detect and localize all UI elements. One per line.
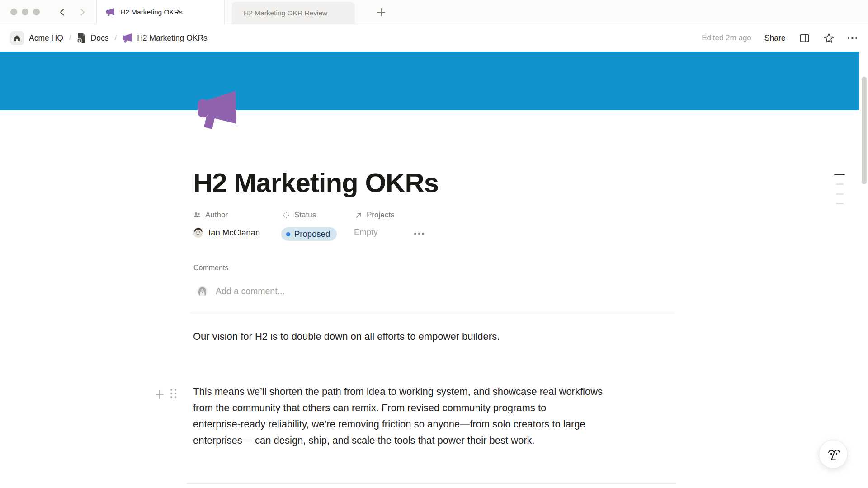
more-properties-button[interactable] [414, 233, 424, 235]
burst-icon [282, 211, 290, 219]
people-icon [193, 211, 201, 219]
doc-icon [77, 33, 86, 43]
app-window: H2 Marketing OKRs H2 Marketing OKR Revie… [0, 0, 868, 488]
property-author[interactable]: Author [193, 211, 228, 220]
edited-timestamp: Edited 2m ago [702, 33, 751, 42]
breadcrumb-item-workspace[interactable] [10, 31, 24, 45]
chevron-right-icon [78, 8, 86, 16]
page-icon-megaphone[interactable] [198, 91, 236, 129]
plus-icon [377, 8, 386, 17]
top-bar: Acme HQ / Docs / H2 Marketing OKRs [0, 24, 868, 52]
author-name: Ian McClanan [208, 228, 260, 238]
breadcrumb-separator: / [69, 33, 71, 42]
avatar [193, 227, 203, 238]
breadcrumb-label[interactable]: H2 Marketing OKRs [137, 33, 208, 43]
page-title[interactable]: H2 Marketing OKRs [193, 167, 439, 198]
ai-assistant-button[interactable] [819, 440, 848, 469]
add-comment-placeholder: Add a comment... [216, 286, 285, 296]
drag-handle[interactable] [170, 389, 176, 398]
property-label: Projects [367, 211, 394, 220]
tab-bar: H2 Marketing OKRs H2 Marketing OKR Revie… [0, 0, 868, 24]
paragraph-block[interactable]: Our vision for H2 is to double down on a… [193, 328, 672, 345]
toc-indicator[interactable] [836, 203, 844, 204]
avatar [197, 286, 208, 296]
add-comment-row[interactable]: Add a comment... [197, 286, 285, 296]
breadcrumb: Acme HQ / Docs / H2 Marketing OKRs [10, 24, 208, 52]
property-projects[interactable]: Projects [355, 211, 394, 220]
divider [187, 483, 676, 484]
breadcrumb-separator: / [114, 33, 117, 42]
tab-h2-marketing-okr-review[interactable]: H2 Marketing OKR Review [232, 2, 355, 24]
megaphone-icon [123, 33, 132, 43]
status-value: Proposed [294, 229, 330, 239]
divider [190, 313, 675, 313]
toc-indicator-active[interactable] [834, 174, 845, 175]
forward-button[interactable] [77, 7, 88, 18]
comments-section-label: Comments [193, 264, 228, 272]
scrollbar-thumb[interactable] [862, 77, 867, 184]
projects-value[interactable]: Empty [354, 227, 377, 237]
tab-h2-marketing-okrs[interactable]: H2 Marketing OKRs [96, 0, 225, 24]
paragraph-block[interactable]: This means we’ll shorten the path from i… [193, 384, 672, 449]
breadcrumb-label[interactable]: Docs [91, 33, 109, 43]
share-button[interactable]: Share [764, 33, 786, 43]
toggle-panel-button[interactable] [799, 33, 810, 44]
tab-label: H2 Marketing OKR Review [244, 9, 327, 17]
zoom-window-button[interactable] [33, 9, 40, 15]
new-tab-button[interactable] [376, 7, 387, 18]
status-dot-icon [286, 232, 290, 236]
page-cover[interactable] [0, 52, 859, 110]
property-author-value[interactable]: Ian McClanan [193, 227, 260, 238]
breadcrumb-label[interactable]: Acme HQ [29, 33, 63, 43]
chevron-left-icon [58, 8, 66, 16]
property-label: Author [205, 211, 228, 220]
top-bar-actions: Edited 2m ago Share [702, 24, 857, 52]
home-icon [13, 34, 21, 42]
status-badge[interactable]: Proposed [281, 227, 337, 241]
back-button[interactable] [57, 7, 68, 18]
property-label: Status [294, 211, 316, 220]
minimize-window-button[interactable] [22, 9, 28, 15]
window-controls [10, 9, 40, 15]
insert-block-button[interactable] [154, 389, 165, 400]
toc-indicator[interactable] [836, 183, 844, 185]
ai-face-icon [824, 445, 842, 463]
tab-label: H2 Marketing OKRs [120, 8, 183, 16]
arrow-up-right-icon [355, 211, 363, 219]
star-icon [823, 33, 835, 44]
toc-indicator[interactable] [836, 193, 844, 195]
megaphone-icon [106, 8, 114, 16]
side-panel-icon [799, 33, 810, 44]
favorite-button[interactable] [823, 33, 835, 44]
plus-icon [155, 389, 165, 399]
close-window-button[interactable] [10, 9, 17, 15]
property-status[interactable]: Status [282, 211, 316, 220]
more-options-button[interactable] [848, 37, 858, 39]
